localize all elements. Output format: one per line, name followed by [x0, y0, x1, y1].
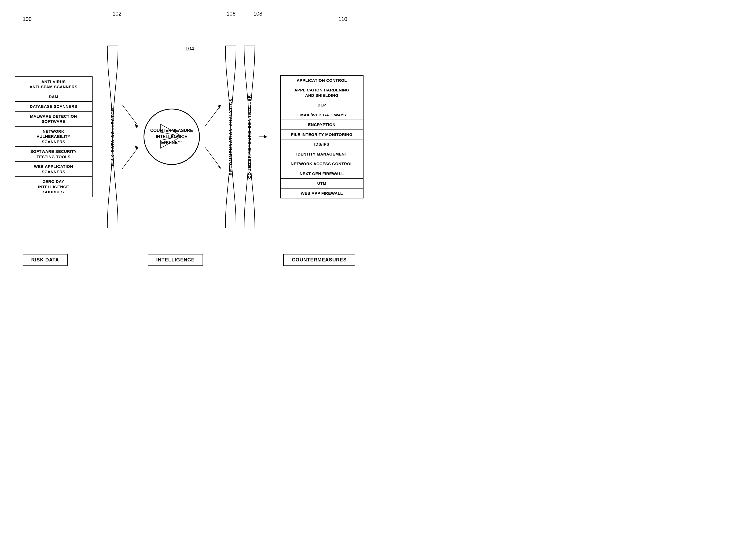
right-panel-item: IDENTITY MANAGEMENT	[281, 149, 363, 159]
diagram: 100 102 104 106 108 110 ANTI-VIRUS ANTI-…	[15, 11, 364, 268]
svg-line-7	[205, 148, 221, 169]
ref-110: 110	[338, 16, 347, 22]
right-panel-item: FILE INTEGRITY MONITORING	[281, 130, 363, 140]
ref-100: 100	[23, 16, 32, 22]
main-area: ANTI-VIRUS ANTI-SPAM SCANNERSDAMDATABASE…	[15, 27, 364, 247]
svg-marker-3	[135, 145, 138, 150]
left-arrows	[122, 46, 144, 228]
right-panel-item: UTM	[281, 179, 363, 188]
right-panel-item: APPLICATION HARDENING AND SHIELDING	[281, 85, 363, 100]
right-panel-item: WEB APP FIREWALL	[281, 188, 363, 198]
svg-line-0	[122, 105, 138, 126]
right-panel-item: APPLICATION CONTROL	[281, 76, 363, 85]
left-panel-item: WEB APPLICATION SCANNERS	[15, 162, 92, 177]
right-panel-item: NEXT GEN FIREWALL	[281, 169, 363, 179]
bottom-labels: RISK DATA INTELLIGENCE COUNTERMEASURES	[15, 252, 364, 268]
engine-label: COUNTERMEASURE INTELLIGENCE ENGINE™	[150, 128, 193, 146]
countermeasure-controller-label: COUNTERMEASURE CONTROLLER	[247, 95, 252, 179]
left-panel: ANTI-VIRUS ANTI-SPAM SCANNERSDAMDATABASE…	[15, 76, 93, 197]
engine-circle: COUNTERMEASURE INTELLIGENCE ENGINE™	[144, 109, 200, 165]
svg-marker-2	[135, 124, 138, 128]
ref-106: 106	[227, 11, 236, 17]
svg-line-1	[122, 148, 138, 169]
risk-data-collector-label: RISK DATA COLLECTOR	[110, 107, 115, 166]
bottom-countermeasures: COUNTERMEASURES	[283, 254, 356, 266]
middle-section: RISK DATA COLLECTOR	[93, 27, 281, 247]
far-right-arrow	[259, 46, 270, 228]
left-panel-item: SOFTWARE SECURITY TESTING TOOLS	[15, 147, 92, 162]
right-panel-item: EMAIL/WEB GATEWAYS	[281, 110, 363, 120]
left-panel-item: NETWORK VULNERABILITY SCANNERS	[15, 127, 92, 147]
ref-102: 102	[113, 11, 122, 17]
right-panel: APPLICATION CONTROLAPPLICATION HARDENING…	[281, 75, 364, 199]
recommendation-analytics-label: RECOMMENDATION ANALYTICS	[228, 98, 233, 175]
left-panel-item: DATABASE SCANNERS	[15, 102, 92, 111]
svg-marker-9	[218, 166, 221, 169]
bottom-risk-data: RISK DATA	[23, 254, 68, 266]
right-panel-item: DLP	[281, 100, 363, 110]
right-panel-item: ENCRYPTION	[281, 120, 363, 130]
ref-108: 108	[253, 11, 262, 17]
bottom-intelligence: INTELLIGENCE	[148, 254, 203, 266]
left-panel-item: ZERO DAY INTELLIGENCE SOURCES	[15, 177, 92, 197]
right-panel-item: NETWORK ACCESS CONTROL	[281, 159, 363, 169]
right-panel-item: IDS/IPS	[281, 140, 363, 149]
left-panel-item: ANTI-VIRUS ANTI-SPAM SCANNERS	[15, 77, 92, 92]
svg-marker-11	[264, 135, 267, 138]
left-panel-item: MALWARE DETECTION SOFTWARE	[15, 111, 92, 127]
right-arrows	[200, 46, 221, 228]
left-panel-item: DAM	[15, 92, 92, 102]
